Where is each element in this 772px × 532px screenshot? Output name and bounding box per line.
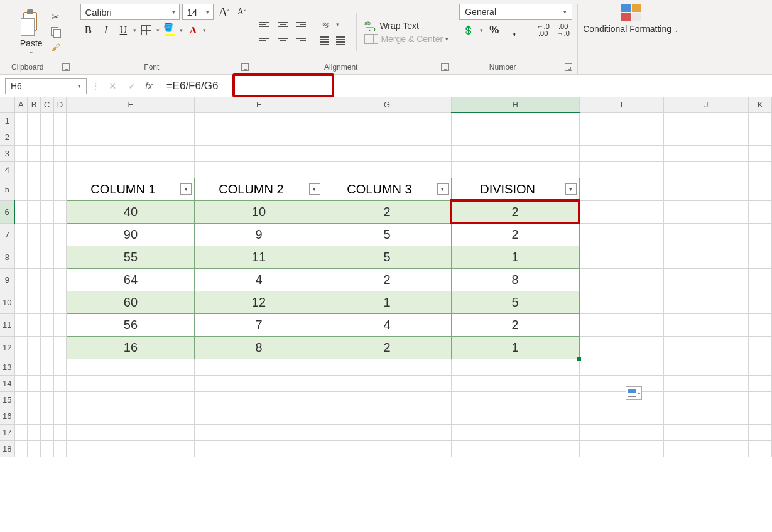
font-launcher[interactable] (241, 63, 249, 71)
accounting-format-button[interactable] (460, 23, 477, 38)
cell[interactable] (14, 178, 28, 200)
cell[interactable] (28, 145, 41, 161)
align-left-button[interactable] (259, 35, 273, 47)
cell[interactable] (664, 268, 749, 291)
cell[interactable] (67, 408, 195, 424)
cell[interactable] (451, 112, 579, 129)
row-header[interactable]: 1 (0, 112, 14, 129)
cell[interactable] (664, 178, 749, 200)
align-center-button[interactable] (276, 35, 290, 47)
cell[interactable] (749, 359, 772, 375)
cell[interactable] (28, 391, 41, 408)
comma-style-button[interactable] (506, 23, 523, 38)
cell[interactable] (53, 336, 67, 359)
cell[interactable] (40, 112, 53, 129)
cell[interactable] (67, 391, 195, 408)
cell[interactable] (749, 268, 772, 291)
cell[interactable] (28, 161, 41, 178)
cell[interactable] (28, 200, 41, 223)
cell[interactable] (40, 408, 53, 424)
cell[interactable] (579, 391, 664, 408)
row-header[interactable]: 15 (0, 391, 14, 408)
cell[interactable] (323, 359, 451, 375)
cell[interactable] (28, 313, 41, 336)
format-painter-icon[interactable] (50, 41, 62, 53)
cell[interactable] (195, 359, 323, 375)
font-name-select[interactable]: Calibri▾ (80, 4, 180, 20)
cell[interactable] (195, 408, 323, 424)
cell[interactable] (53, 359, 67, 375)
name-box[interactable]: H6▾ (5, 78, 87, 94)
cell[interactable] (451, 161, 579, 178)
cell[interactable]: 2 (451, 223, 579, 246)
fill-color-button[interactable] (162, 23, 177, 38)
cell[interactable] (749, 145, 772, 161)
fill-handle[interactable] (577, 357, 581, 361)
cell[interactable] (40, 129, 53, 145)
row-header[interactable]: 13 (0, 359, 14, 375)
cell[interactable]: 2 (323, 336, 451, 359)
cell[interactable] (53, 408, 67, 424)
orientation-button[interactable] (318, 17, 334, 32)
cell[interactable] (323, 145, 451, 161)
cell[interactable]: 4 (195, 268, 323, 291)
conditional-formatting-button[interactable]: Conditional Formatting ⌄ (583, 24, 679, 35)
cell[interactable] (195, 391, 323, 408)
cell[interactable] (53, 313, 67, 336)
cell[interactable] (40, 200, 53, 223)
cell[interactable] (14, 424, 28, 440)
col-header[interactable]: A (14, 97, 28, 112)
filter-button[interactable]: ▾ (437, 183, 449, 195)
align-right-button[interactable] (292, 35, 306, 47)
decrease-indent-button[interactable] (318, 35, 332, 47)
cell[interactable] (14, 440, 28, 457)
cell[interactable] (28, 424, 41, 440)
cell[interactable] (28, 223, 41, 246)
cell[interactable] (14, 336, 28, 359)
cell[interactable] (14, 408, 28, 424)
cell[interactable] (28, 359, 41, 375)
cell[interactable] (749, 112, 772, 129)
copy-button[interactable] (50, 26, 62, 38)
cell[interactable]: 5 (451, 291, 579, 313)
cell[interactable] (664, 223, 749, 246)
cell[interactable] (664, 391, 749, 408)
cell[interactable] (14, 291, 28, 313)
cell[interactable] (664, 313, 749, 336)
cell[interactable] (664, 145, 749, 161)
cell[interactable] (40, 178, 53, 200)
cell[interactable] (28, 336, 41, 359)
cell[interactable] (40, 375, 53, 391)
cell[interactable] (28, 408, 41, 424)
cell[interactable] (579, 424, 664, 440)
cell[interactable]: DIVISION▾ (451, 178, 579, 200)
cell[interactable] (40, 145, 53, 161)
cell[interactable] (67, 359, 195, 375)
cell[interactable] (664, 375, 749, 391)
cell[interactable] (323, 391, 451, 408)
increase-decimal-button[interactable] (535, 23, 552, 38)
cell[interactable] (14, 161, 28, 178)
col-header[interactable]: F (195, 97, 323, 112)
cell[interactable]: 60 (67, 291, 195, 313)
cell[interactable] (664, 129, 749, 145)
cell[interactable]: 64 (67, 268, 195, 291)
cell[interactable]: 1 (451, 336, 579, 359)
cell[interactable] (749, 129, 772, 145)
cell[interactable] (28, 268, 41, 291)
cell[interactable]: 56 (67, 313, 195, 336)
italic-button[interactable]: I (98, 23, 113, 38)
cell[interactable] (53, 391, 67, 408)
cell[interactable] (749, 375, 772, 391)
cell[interactable] (53, 246, 67, 268)
cell[interactable] (749, 246, 772, 268)
cell[interactable]: 55 (67, 246, 195, 268)
bold-button[interactable]: B (80, 23, 95, 38)
row-header[interactable]: 3 (0, 145, 14, 161)
wrap-text-button[interactable]: ab Wrap Text (364, 20, 449, 31)
cell[interactable] (53, 424, 67, 440)
cell[interactable] (195, 424, 323, 440)
cell[interactable] (579, 200, 664, 223)
number-launcher[interactable] (565, 63, 572, 71)
cell[interactable] (451, 375, 579, 391)
